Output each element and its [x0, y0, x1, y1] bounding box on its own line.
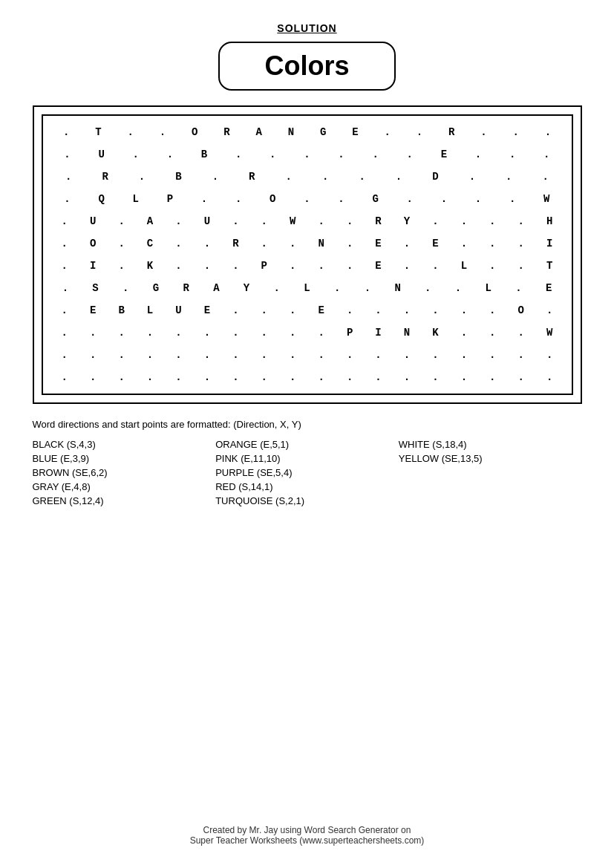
grid-cell: .	[113, 278, 138, 298]
grid-cell: E	[366, 255, 391, 276]
grid-cell: .	[109, 367, 134, 388]
word-column: WHITE (S,18,4)YELLOW (SE,13,5)	[399, 439, 582, 506]
grid-cell: W	[537, 322, 562, 343]
grid-cell: .	[309, 255, 334, 276]
grid-cell: .	[506, 278, 531, 298]
grid-cell: I	[537, 233, 562, 254]
grid-row: .EBLUE...E......O.	[50, 300, 564, 321]
word-item: BLUE (E,3,9)	[33, 453, 216, 464]
grid-cell: .	[166, 322, 191, 343]
grid-cell: .	[52, 211, 77, 232]
grid-cell: Y	[234, 278, 259, 298]
word-column: ORANGE (E,5,1)PINK (E,11,10)PURPLE (SE,5…	[215, 439, 399, 506]
grid-cell: .	[509, 322, 534, 343]
grid-cell: .	[535, 122, 561, 143]
grid-cell: .	[337, 367, 362, 388]
grid-cell: W	[534, 189, 559, 209]
grid-cell: .	[150, 122, 175, 143]
grid-cell: .	[466, 144, 491, 165]
grid-cell: .	[509, 211, 534, 232]
grid-cell: .	[280, 322, 305, 343]
grid-cell: .	[480, 367, 505, 388]
grid-row: .R.B.R....D...	[50, 166, 564, 187]
footer-line2: Super Teacher Worksheets (www.superteach…	[190, 835, 425, 846]
grid-cell: B	[192, 144, 217, 165]
grid-cell: L	[123, 189, 148, 209]
grid-cell: .	[397, 189, 422, 209]
grid-cell: .	[166, 233, 191, 254]
grid-cell: .	[195, 233, 220, 254]
grid-cell: R	[239, 166, 264, 187]
grid-cell: .	[394, 255, 419, 276]
grid-cell: .	[422, 255, 448, 276]
grid-cell: E	[80, 300, 105, 321]
grid-cell: .	[309, 367, 334, 388]
grid-cell: .	[509, 345, 534, 365]
grid-cell: .	[451, 367, 477, 388]
directions-text: Word directions and start points are for…	[33, 419, 582, 430]
grid-cell: .	[509, 233, 534, 254]
grid-cell: .	[363, 144, 388, 165]
grid-cell: .	[203, 166, 228, 187]
grid-cell: O	[509, 300, 534, 321]
grid-cell: .	[137, 367, 163, 388]
grid-cell: P	[337, 322, 362, 343]
word-item: GREEN (S,12,4)	[33, 495, 216, 506]
grid-cell: P	[157, 189, 183, 209]
grid-cell: U	[89, 144, 114, 165]
grid-cell: T	[537, 255, 562, 276]
grid-cell: I	[80, 255, 105, 276]
grid-cell: .	[52, 300, 77, 321]
solution-title: SOLUTION	[277, 22, 336, 34]
grid-cell: .	[123, 144, 148, 165]
grid-cell: .	[422, 345, 448, 365]
grid-cell: .	[537, 300, 562, 321]
grid-cell: L	[294, 278, 319, 298]
grid-cell: .	[109, 233, 134, 254]
grid-cell: Y	[394, 211, 419, 232]
grid-cell: .	[157, 144, 183, 165]
grid-cell: .	[422, 300, 448, 321]
grid-cell: E	[342, 122, 368, 143]
grid-cell: .	[195, 255, 220, 276]
word-item: BLACK (S,4,3)	[33, 439, 216, 450]
grid-cell: .	[451, 345, 477, 365]
grid-cell: .	[52, 233, 77, 254]
grid-cell: .	[496, 166, 521, 187]
grid-cell: P	[252, 255, 277, 276]
grid-cell: .	[52, 345, 77, 365]
grid-cell: .	[537, 345, 562, 365]
grid-cell: .	[480, 322, 505, 343]
grid-cell: .	[451, 322, 477, 343]
grid-cell: .	[480, 255, 505, 276]
grid-cell: .	[118, 122, 143, 143]
grid-cell: .	[166, 211, 191, 232]
grid-cell: .	[480, 233, 505, 254]
word-search-grid: .T..ORANGE..R....U..B......E....R.B.R...…	[42, 114, 573, 395]
grid-cell: .	[252, 211, 277, 232]
grid-cell: O	[80, 233, 105, 254]
grid-cell: .	[386, 166, 411, 187]
grid-cell: .	[534, 144, 559, 165]
grid-cell: .	[500, 189, 525, 209]
grid-cell: .	[195, 345, 220, 365]
grid-cell: .	[223, 367, 248, 388]
grid-cell: .	[337, 211, 362, 232]
grid-cell: U	[80, 211, 105, 232]
grid-row: .I.K...P...E..L..T	[50, 255, 564, 276]
grid-cell: .	[252, 300, 277, 321]
grid-cell: .	[309, 322, 334, 343]
grid-cell: G	[363, 189, 388, 209]
word-item: RED (S,14,1)	[215, 481, 399, 492]
grid-cell: .	[80, 322, 105, 343]
grid-cell: R	[214, 122, 239, 143]
word-list: BLACK (S,4,3)BLUE (E,3,9)BROWN (SE,6,2)G…	[33, 439, 582, 506]
grid-cell: .	[471, 122, 496, 143]
grid-cell: .	[375, 122, 400, 143]
grid-cell: .	[56, 166, 81, 187]
grid-row: .T..ORANGE..R...	[50, 122, 564, 143]
word-item: TURQUOISE (S,2,1)	[215, 495, 399, 506]
grid-cell: .	[166, 367, 191, 388]
grid-cell: .	[53, 122, 79, 143]
grid-cell: .	[80, 345, 105, 365]
